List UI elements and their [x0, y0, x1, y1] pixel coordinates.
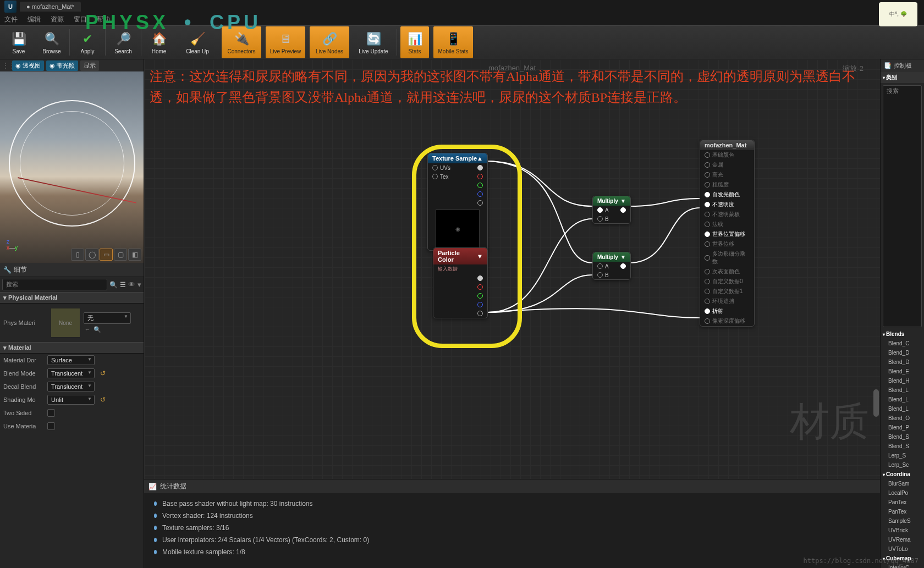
node-texture-sample[interactable]: Texture Sample▲ UVs Tex ◉ — [427, 153, 488, 251]
node-multiply-2[interactable]: Multiply▼ A B — [592, 252, 631, 280]
result-pin[interactable]: 自定义数据1 — [700, 286, 754, 296]
grip-icon[interactable]: ⋮⋮ — [2, 62, 10, 69]
menu-file[interactable]: 文件 — [4, 15, 18, 24]
list-icon[interactable]: ☰ — [120, 281, 126, 289]
lighting-button[interactable]: ◉ 带光照 — [46, 60, 78, 71]
pin-out-white[interactable] — [477, 275, 483, 281]
palette-item[interactable]: PanTex — [881, 507, 924, 516]
blend-mode-dropdown[interactable]: Translucent — [47, 368, 95, 378]
palette-item[interactable]: Blend_D — [881, 348, 924, 357]
mobile-stats-button[interactable]: 📱Mobile Stats — [433, 26, 473, 58]
palette-item[interactable]: Blend_L — [881, 404, 924, 413]
result-pin[interactable]: 多边形细分乘数 — [700, 249, 754, 267]
pin-a[interactable]: A — [605, 263, 609, 269]
palette-item[interactable]: UVToLo — [881, 544, 924, 554]
shading-model-dropdown[interactable]: Unlit — [47, 395, 95, 405]
palette-item[interactable]: LocalPo — [881, 488, 924, 498]
pin-out[interactable] — [620, 263, 626, 269]
result-pin[interactable]: 法线 — [700, 219, 754, 229]
result-pin[interactable]: 世界位移 — [700, 239, 754, 249]
reset-icon[interactable]: ↺ — [100, 370, 106, 377]
pin-out-red[interactable] — [477, 174, 483, 179]
asset-find-icon[interactable]: 🔍 — [94, 326, 101, 333]
stats-button[interactable]: 📊Stats — [400, 26, 429, 58]
shape-cylinder-button[interactable]: ▯ — [71, 249, 84, 261]
pin-a[interactable]: A — [605, 207, 609, 213]
pin-out-alpha[interactable] — [477, 311, 483, 316]
pin-out-red[interactable] — [477, 284, 483, 290]
palette-item[interactable]: BlurSam — [881, 479, 924, 488]
palette-item[interactable]: Blend_E — [881, 367, 924, 376]
result-pin[interactable]: 世界位置偏移 — [700, 229, 754, 239]
result-pin[interactable]: 像素深度偏移 — [700, 316, 754, 326]
pin-out-alpha[interactable] — [477, 200, 483, 206]
collapse-icon[interactable]: ▼ — [620, 254, 626, 260]
result-pin[interactable]: 自发光颜色 — [700, 190, 754, 200]
search-go-icon[interactable]: 🔍 — [109, 281, 118, 289]
details-panel-header[interactable]: 🔧 细节 — [0, 263, 144, 277]
pin-out-green[interactable] — [477, 293, 483, 299]
pin-out-white[interactable] — [477, 165, 483, 170]
pin-tex[interactable]: Tex — [440, 174, 449, 180]
result-pin[interactable]: 环境遮挡 — [700, 296, 754, 306]
palette-group-header[interactable]: Blends — [881, 329, 924, 339]
palette-item[interactable]: SampleS — [881, 516, 924, 526]
collapse-icon[interactable]: ▼ — [620, 198, 626, 204]
palette-item[interactable]: Blend_S — [881, 442, 924, 451]
live-nodes-button[interactable]: 🔗Live Nodes — [310, 26, 349, 58]
palette-item[interactable]: PanTex — [881, 498, 924, 507]
shape-cube-button[interactable]: ▢ — [114, 249, 127, 261]
details-search-input[interactable]: 搜索 — [2, 279, 107, 290]
result-pin[interactable]: 金属 — [700, 160, 754, 170]
palette-header[interactable]: 📑控制板 — [881, 59, 924, 72]
material-category[interactable]: ▾ Material — [0, 342, 144, 354]
palette-item[interactable]: Lerp_Sc — [881, 460, 924, 470]
result-pin[interactable]: 折射 — [700, 306, 754, 316]
palette-item[interactable]: Blend_D — [881, 357, 924, 367]
visibility-icon[interactable]: 👁 ▾ — [128, 280, 141, 289]
reset-icon[interactable]: ↺ — [100, 396, 106, 404]
pin-b[interactable]: B — [605, 216, 609, 222]
stats-header[interactable]: 📈统计数据 — [144, 479, 880, 493]
phys-material-dropdown[interactable]: 无 — [84, 312, 131, 324]
palette-item[interactable]: Blend_O — [881, 413, 924, 423]
menu-asset[interactable]: 资源 — [51, 15, 64, 24]
shape-mesh-button[interactable]: ◧ — [128, 249, 141, 261]
result-pin[interactable]: 不透明蒙板 — [700, 209, 754, 219]
view-perspective-button[interactable]: ◉ 透视图 — [12, 60, 44, 71]
result-pin[interactable]: 自定义数据0 — [700, 277, 754, 286]
document-tab[interactable]: ● mofazhen_Mat* — [20, 2, 81, 12]
browse-button[interactable]: 🔍Browse — [37, 26, 66, 58]
physical-material-category[interactable]: ▾ Physical Material — [0, 292, 144, 304]
collapse-icon[interactable]: ▲ — [477, 155, 483, 162]
palette-item[interactable]: Blend_P — [881, 423, 924, 432]
shape-sphere-button[interactable]: ◯ — [85, 249, 98, 261]
palette-item[interactable]: Blend_L — [881, 395, 924, 404]
palette-item[interactable]: UVRema — [881, 535, 924, 544]
pin-b[interactable]: B — [605, 272, 609, 278]
shape-plane-button[interactable]: ▭ — [100, 249, 113, 261]
menu-edit[interactable]: 编辑 — [28, 15, 41, 24]
two-sided-checkbox[interactable] — [47, 409, 55, 417]
result-pin[interactable]: 高光 — [700, 170, 754, 180]
palette-item[interactable]: Lerp_S — [881, 451, 924, 460]
pin-out[interactable] — [620, 207, 626, 213]
palette-categories[interactable]: 类别 — [881, 72, 924, 83]
palette-item[interactable]: Blend_S — [881, 432, 924, 442]
pin-out-green[interactable] — [477, 183, 483, 188]
scrollbar-thumb[interactable] — [873, 389, 879, 417]
palette-item[interactable]: Blend_C — [881, 339, 924, 348]
collapse-icon[interactable]: ▼ — [477, 253, 483, 260]
material-domain-dropdown[interactable]: Surface — [47, 355, 95, 365]
phys-material-thumbnail[interactable]: None — [51, 308, 80, 338]
material-graph[interactable]: mofazhen_Mat 缩放-2 注意：这次连得和尿尿的略有不同，原因为我的这… — [144, 59, 880, 479]
pin-uvs[interactable]: UVs — [440, 165, 450, 171]
result-pin[interactable]: 基础颜色 — [700, 150, 754, 160]
asset-back-icon[interactable]: ← — [84, 326, 91, 333]
material-preview-viewport[interactable]: zx—y ▯ ◯ ▭ ▢ ◧ — [0, 71, 144, 263]
palette-item[interactable]: UVBrick — [881, 526, 924, 535]
show-button[interactable]: 显示 — [80, 60, 99, 71]
result-pin[interactable]: 不透明度 — [700, 200, 754, 209]
node-material-result[interactable]: mofazhen_Mat 基础颜色金属高光粗糙度自发光颜色不透明度不透明蒙板法线… — [700, 140, 755, 327]
node-multiply-1[interactable]: Multiply▼ A B — [592, 196, 631, 224]
